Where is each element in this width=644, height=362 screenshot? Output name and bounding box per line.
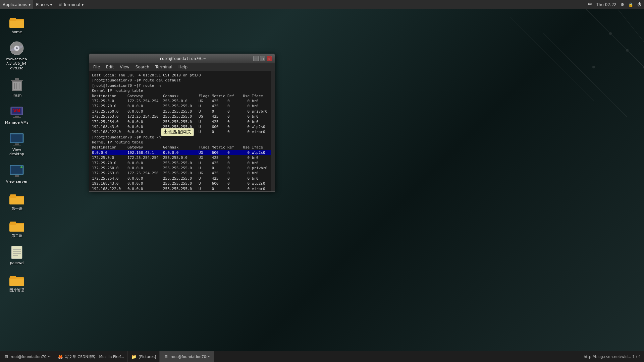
taskbar-right: http://blog.csdn.net/wid... 1 / 4: [580, 355, 644, 359]
taskbar-item-terminal2[interactable]: 🖥 root@foundation70:~: [160, 351, 214, 362]
svg-rect-42: [11, 246, 22, 259]
home-label: home: [11, 30, 22, 34]
terminal-scrollbar[interactable]: [271, 71, 275, 191]
taskbar-terminal1-label: root@foundation70:~: [11, 355, 51, 359]
svg-rect-30: [13, 145, 21, 145]
taskbar-left: 🖥 root@foundation70:~ 🦊 写文章-CSDN博客 - Moz…: [0, 351, 214, 362]
background-decoration: [376, 0, 644, 201]
svg-rect-40: [9, 224, 24, 232]
taskbar-firefox-label: 写文章-CSDN博客 - Mozilla Firef...: [65, 354, 124, 359]
svg-rect-48: [9, 279, 24, 286]
places-label: Places: [36, 2, 49, 7]
svg-rect-49: [10, 276, 16, 279]
clock: Thu 02:22: [596, 2, 616, 7]
taskbar-right-text: http://blog.csdn.net/wid... 1 / 4: [584, 355, 641, 359]
svg-rect-24: [15, 116, 19, 117]
svg-rect-18: [15, 78, 19, 80]
terminal-menu-view[interactable]: View: [117, 64, 132, 70]
trash-label: Trash: [12, 93, 21, 98]
desktop-icon-pictures[interactable]: 图片管理: [3, 270, 30, 294]
top-panel-left: Applications ▾ Places ▾ 🖥 Terminal ▾: [0, 0, 86, 9]
desktop-icon-view-server[interactable]: View server: [3, 161, 30, 185]
desktop-icon-passwd[interactable]: passwd: [3, 243, 30, 266]
svg-rect-29: [15, 143, 19, 145]
pictures-label: 图片管理: [9, 288, 24, 292]
taskbar-item-firefox[interactable]: 🦊 写文章-CSDN博客 - Mozilla Firef...: [54, 351, 128, 362]
svg-rect-10: [10, 18, 16, 21]
applications-menu[interactable]: Applications ▾: [0, 0, 33, 9]
terminal-menu-search[interactable]: Search: [133, 64, 152, 70]
home-icon: [9, 13, 25, 29]
terminal-menu[interactable]: 🖥 Terminal ▾: [55, 0, 87, 9]
terminal-icon-small: 🖥: [58, 2, 62, 7]
power-icon[interactable]: ⏻: [637, 2, 641, 7]
lesson1-label: 第一课: [11, 206, 22, 211]
taskbar-terminal1-icon: 🖥: [3, 354, 9, 359]
svg-point-35: [20, 166, 22, 168]
terminal-menu-terminal[interactable]: Terminal: [153, 64, 175, 70]
settings-icon[interactable]: ⚙: [621, 2, 624, 7]
taskbar-terminal2-label: root@foundation70:~: [170, 355, 210, 359]
svg-rect-34: [13, 177, 21, 177]
terminal-minimize-button[interactable]: ─: [253, 56, 259, 61]
desktop-icons: home rhel-server-7.3-x86_64-dvd.iso: [3, 12, 30, 294]
manage-vms-label: Manage VMs: [5, 120, 29, 125]
terminal-close-button[interactable]: ✕: [267, 56, 272, 61]
terminal-title: root@foundation70:~: [112, 56, 253, 61]
svg-rect-41: [10, 222, 16, 225]
lesson2-icon: [9, 217, 25, 233]
dvd-icon: [9, 40, 25, 56]
lock-icon[interactable]: 🔒: [628, 2, 633, 7]
svg-rect-25: [13, 117, 21, 118]
terminal-maximize-button[interactable]: □: [260, 56, 265, 61]
places-arrow: ▾: [50, 2, 52, 7]
svg-line-2: [543, 34, 627, 117]
terminal-menu-file[interactable]: File: [91, 64, 103, 70]
terminal-label: Terminal: [63, 2, 80, 7]
svg-rect-28: [11, 134, 22, 142]
taskbar-pictures-label: [Pictures]: [139, 355, 156, 359]
terminal-body[interactable]: Last login: Thu Jul 4 01:20:51 CST 2019 …: [89, 71, 275, 191]
trash-icon: [9, 76, 25, 93]
svg-point-4: [609, 32, 612, 35]
applications-arrow: ▾: [29, 2, 31, 7]
taskbar-item-terminal1[interactable]: 🖥 root@foundation70:~: [0, 351, 54, 362]
svg-point-7: [643, 66, 644, 68]
places-menu[interactable]: Places ▾: [33, 0, 55, 9]
desktop-icon-lesson1[interactable]: 第一课: [3, 188, 30, 212]
taskbar-terminal2-icon: 🖥: [163, 354, 168, 359]
desktop-icon-lesson2[interactable]: 第二课: [3, 216, 30, 239]
top-panel: Applications ▾ Places ▾ 🖥 Terminal ▾ 中 T…: [0, 0, 644, 9]
svg-point-5: [626, 49, 629, 52]
terminal-menu-help[interactable]: Help: [176, 64, 190, 70]
terminal-window: root@foundation70:~ ─ □ ✕ File Edit View…: [89, 54, 275, 192]
taskbar: 🖥 root@foundation70:~ 🦊 写文章-CSDN博客 - Moz…: [0, 351, 644, 362]
taskbar-item-pictures[interactable]: 📁 [Pictures]: [128, 351, 160, 362]
terminal-menu-edit[interactable]: Edit: [103, 64, 116, 70]
terminal-arrow: ▾: [82, 2, 84, 7]
terminal-controls: ─ □ ✕: [253, 56, 272, 61]
desktop-icon-manage-vms[interactable]: VM Manage VMs: [3, 102, 30, 126]
terminal-titlebar[interactable]: root@foundation70:~ ─ □ ✕: [89, 54, 275, 63]
view-desktop-label: View desktop: [5, 147, 29, 156]
top-panel-right: 中 Thu 02:22 ⚙ 🔒 ⏻: [585, 2, 644, 7]
svg-line-1: [610, 0, 644, 84]
terminal-menubar: File Edit View Search Terminal Help: [89, 63, 275, 71]
desktop-icon-home[interactable]: home: [3, 12, 30, 36]
passwd-label: passwd: [10, 261, 23, 265]
input-method[interactable]: 中: [588, 2, 592, 7]
passwd-icon: [9, 244, 25, 260]
svg-text:VM: VM: [13, 109, 20, 113]
applications-label: Applications: [3, 2, 27, 7]
pictures-icon: [9, 271, 25, 287]
desktop-icon-view-desktop[interactable]: View desktop: [3, 129, 30, 158]
svg-line-0: [577, 0, 644, 67]
view-desktop-icon: [9, 131, 25, 147]
svg-line-3: [510, 17, 594, 101]
svg-rect-37: [9, 197, 24, 204]
lesson1-icon: [9, 190, 25, 206]
desktop-icon-trash[interactable]: Trash: [3, 75, 30, 99]
svg-rect-9: [9, 20, 24, 28]
view-server-icon: [9, 163, 25, 179]
desktop-icon-dvd[interactable]: rhel-server-7.3-x86_64-dvd.iso: [3, 39, 30, 72]
